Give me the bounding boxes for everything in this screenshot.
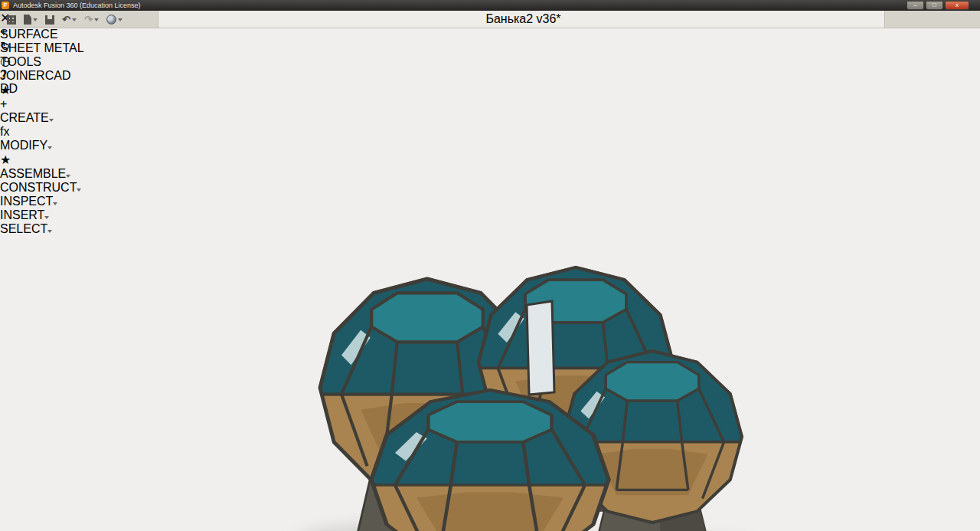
redo-icon: ↷: [84, 15, 93, 25]
group-label-text: INSERT: [0, 208, 44, 221]
document-tab-label: Банька2 v36*: [485, 12, 560, 26]
ribbon-group-assemble: ★ASSEMBLE: [0, 152, 980, 181]
job-status-icon[interactable]: ↻: [0, 39, 980, 54]
ribbon-group-insert: INSERT: [0, 208, 980, 222]
save-button[interactable]: [43, 13, 57, 27]
ribbon-groups: ★+CREATEfxMODIFY★ASSEMBLECONSTRUCTINSPEC…: [0, 83, 980, 236]
undo-button[interactable]: ↶: [60, 13, 79, 27]
tab-strip: ↶↷ Банька2 v36* ✕ + ↻ ◷ ? DD: [0, 11, 980, 28]
change-parameters-button[interactable]: fx: [0, 125, 980, 139]
save-icon: [45, 15, 54, 25]
file-button[interactable]: [21, 13, 40, 27]
chevron-down-icon: [49, 119, 54, 122]
star-icon: ★: [0, 153, 11, 166]
change-parameters-icon: fx: [0, 125, 9, 138]
chevron-down-icon: [53, 202, 57, 205]
chevron-down-icon: [118, 18, 122, 21]
ribbon-group-label[interactable]: INSERT: [0, 208, 980, 222]
ribbon-group-label[interactable]: CONSTRUCT: [0, 181, 980, 195]
group-label-text: CREATE: [0, 111, 49, 124]
new-component-button[interactable]: ★: [0, 152, 980, 167]
fusion-360-window: { "window": { "title": "Autodesk Fusion …: [0, 0, 980, 531]
door-panel[interactable]: [527, 301, 554, 395]
undo-icon: ↶: [62, 15, 70, 25]
group-label-text: MODIFY: [0, 139, 47, 152]
ribbon-group-inspect: INSPECT: [0, 195, 980, 208]
ribbon-group-label[interactable]: CREATE: [0, 111, 980, 125]
ribbon-group-label[interactable]: ASSEMBLE: [0, 167, 980, 181]
group-label-text: ASSEMBLE: [0, 167, 66, 180]
chevron-down-icon: [47, 230, 52, 233]
ribbon-group-label[interactable]: MODIFY: [0, 139, 980, 152]
chevron-down-icon: [77, 188, 81, 192]
close-button[interactable]: x: [945, 1, 969, 10]
help-icon[interactable]: ?: [0, 68, 980, 82]
app-grid-icon: [7, 15, 16, 25]
group-label-text: SELECT: [0, 222, 47, 235]
group-label-text: CONSTRUCT: [0, 181, 77, 194]
create-sketch-button[interactable]: +: [0, 97, 980, 111]
fusion-logo-icon: F: [2, 2, 9, 9]
web-icon: [106, 15, 116, 25]
chevron-down-icon: [44, 216, 49, 219]
avatar[interactable]: DD: [0, 82, 980, 96]
ribbon-group-label[interactable]: INSPECT: [0, 195, 980, 208]
minimize-button[interactable]: –: [906, 1, 924, 10]
web-button[interactable]: [104, 13, 125, 27]
plus-icon: +: [0, 97, 7, 110]
chevron-down-icon: [94, 18, 99, 21]
document-tab[interactable]: Банька2 v36*: [158, 11, 885, 28]
model-canvas[interactable]: Z X Y BACK ◀◀ BROWSER | Банька2 v36⚙Docu…: [0, 236, 980, 531]
file-icon: [24, 15, 31, 25]
redo-button[interactable]: ↷: [82, 13, 101, 27]
app-grid-button[interactable]: [5, 13, 18, 27]
ribbon-group-label[interactable]: SELECT: [0, 222, 980, 236]
chevron-down-icon: [66, 175, 70, 178]
notifications-icon[interactable]: ◷: [0, 54, 980, 68]
ribbon-group-modify: fxMODIFY: [0, 125, 980, 152]
quick-access-toolbar: ↶↷: [5, 12, 125, 27]
model-viewport[interactable]: [0, 236, 980, 531]
chevron-down-icon: [72, 18, 77, 21]
group-label-text: INSPECT: [0, 195, 53, 208]
chevron-down-icon: [47, 146, 52, 149]
title-bar: F Autodesk Fusion 360 (Education License…: [0, 0, 980, 11]
restore-button[interactable]: □: [926, 1, 943, 10]
ribbon-group-select: SELECT: [0, 222, 980, 236]
ribbon-group-construct: CONSTRUCT: [0, 181, 980, 195]
chevron-down-icon: [33, 18, 38, 21]
window-title: Autodesk Fusion 360 (Education License): [13, 2, 141, 9]
